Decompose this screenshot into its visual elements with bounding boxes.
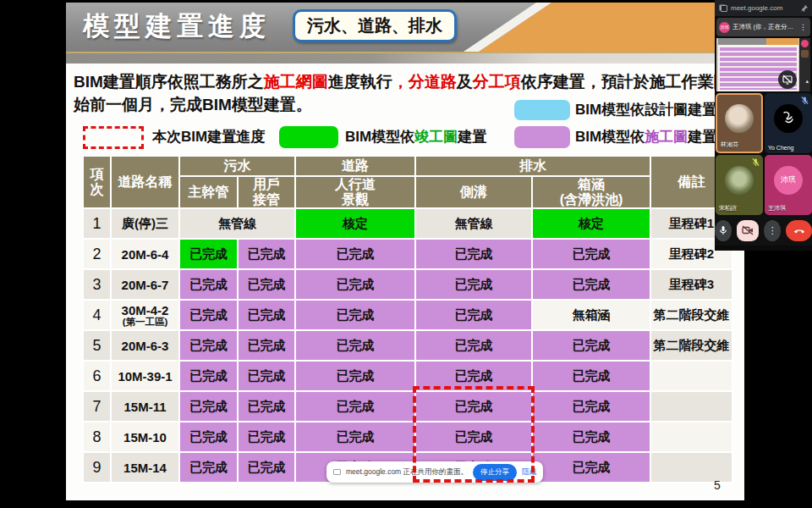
mic-off-icon <box>751 157 760 167</box>
legend-swatch-asbuilt <box>279 126 338 148</box>
avatar: 沛琪 <box>719 22 730 33</box>
table-header-row: 項 次 道路名稱 污水 道路 排水 備註 <box>83 156 732 176</box>
table-cell: 已完成 <box>179 300 238 330</box>
table-row: 815M-10已完成已完成已完成已完成已完成 <box>83 422 732 452</box>
table-cell: 7 <box>83 391 111 422</box>
slide-header-band: 模型建置進度 污水、道路、排水 <box>66 3 744 52</box>
table-cell: 15M-14 <box>111 452 179 483</box>
table-cell: 已完成 <box>295 391 415 422</box>
legend-label-current: 本次BIM建置進度 <box>152 126 265 148</box>
shared-screen-thumbnail[interactable]: ▴ <box>716 38 810 91</box>
avatar <box>725 166 754 195</box>
table-row: 320M-6-7已完成已完成已完成已完成已完成里程碑3 <box>83 269 732 300</box>
table-cell <box>650 361 732 391</box>
col-header-side-ditch: 側溝 <box>415 176 532 208</box>
camera-off-button[interactable] <box>737 220 759 241</box>
legend-text: 建置 <box>688 129 716 145</box>
participant-tile[interactable]: 林湘芬 <box>716 93 763 153</box>
table-cell: 已完成 <box>179 391 238 422</box>
intro-seg: 及 <box>457 73 473 91</box>
table-body: 1廣(停)三無管線核定無管線核定里程碑1220M-6-4已完成已完成已完成已完成… <box>83 208 732 483</box>
pin-icon[interactable] <box>800 4 809 13</box>
col-header-road-name: 道路名稱 <box>111 156 179 208</box>
col-header-item-no: 項 次 <box>83 156 111 208</box>
table-row: 715M-11已完成已完成已完成已完成已完成 <box>83 391 732 422</box>
presentation-slide: 模型建置進度 污水、道路、排水 BIM建置順序依照工務所之施工網圖進度執行，分道… <box>66 3 744 500</box>
participant-tile[interactable]: 沛琪 王沛琪 <box>765 155 812 215</box>
thumbnail-avatar <box>801 40 809 47</box>
leave-call-button[interactable] <box>786 220 812 241</box>
table-cell: 已完成 <box>179 330 238 361</box>
col-header-main-pipe: 主幹管 <box>179 176 238 208</box>
table-cell: 已完成 <box>295 361 415 391</box>
table-cell: 已完成 <box>532 391 650 422</box>
more-options-button[interactable]: ⋮ <box>764 220 781 241</box>
col-header-sewage: 污水 <box>179 156 295 176</box>
table-cell: 20M-6-7 <box>111 269 179 300</box>
table-subheader-row: 主幹管 用戶 接管 人行道 景觀 側溝 箱涵 (含滯洪池) <box>83 176 732 208</box>
hang-up-icon <box>793 227 805 234</box>
table-cell: 4 <box>83 300 111 330</box>
expand-icon[interactable]: ▴ <box>805 78 809 85</box>
table-cell: 已完成 <box>532 239 650 269</box>
table-row: 520M-6-3已完成已完成已完成已完成已完成第二階段交維 <box>83 330 732 361</box>
table-cell: 廣(停)三 <box>111 208 179 239</box>
table-cell: 20M-6-3 <box>111 330 179 361</box>
intro-seg: BIM建置順序依照工務所之 <box>74 73 264 91</box>
meet-sharing-banner[interactable]: 沛琪 王沛琪 (你，正在分享... ⋮ <box>716 18 810 36</box>
table-cell: 里程碑3 <box>650 269 732 300</box>
table-cell: 已完成 <box>238 300 295 330</box>
legend-swatch-shopdwg <box>514 126 570 148</box>
legend-label-design: BIM模型依設計圖建置 <box>575 99 716 121</box>
table-cell: 10M-39-1 <box>111 361 179 391</box>
table-cell: 核定 <box>532 208 650 239</box>
table-cell: 已完成 <box>415 269 532 300</box>
table-cell: 已完成 <box>179 452 238 483</box>
legend-label-shopdwg: BIM模型依施工圖建置 <box>575 126 716 148</box>
col-header-box-culvert: 箱涵 (含滯洪池) <box>532 176 650 208</box>
avatar <box>774 104 803 133</box>
table-cell: 已完成 <box>295 239 415 269</box>
table-cell: 已完成 <box>238 452 295 483</box>
table-row: 220M-6-4已完成已完成已完成已完成已完成里程碑2 <box>83 239 732 269</box>
stop-presenting-button[interactable] <box>778 70 797 89</box>
col-header-user-pipe: 用戶 接管 <box>238 176 295 208</box>
participant-tile[interactable]: 宋柏誼 <box>716 155 763 215</box>
table-cell: 已完成 <box>179 361 238 391</box>
table-cell <box>650 422 732 452</box>
sharing-banner-text: 王沛琪 (你，正在分享... <box>732 23 796 31</box>
mic-button[interactable] <box>715 220 732 241</box>
legend-label-asbuilt: BIM模型依竣工圖建置 <box>345 126 486 148</box>
table-cell: 已完成 <box>295 269 415 300</box>
table-highlight-dashed-box <box>413 386 535 483</box>
table-cell: 已完成 <box>179 422 238 452</box>
table-cell: 第二階段交維 <box>650 330 732 361</box>
participant-name: 林湘芬 <box>721 141 738 149</box>
meet-url: meet.google.com <box>731 4 797 12</box>
table-cell: 已完成 <box>179 239 238 269</box>
table-cell: 2 <box>83 239 111 269</box>
intro-seg-red: ，分道路 <box>392 73 457 91</box>
kebab-menu-icon[interactable]: ⋮ <box>798 24 808 31</box>
table-cell: 無管線 <box>179 208 295 239</box>
meet-pip-window: meet.google.com 沛琪 王沛琪 (你，正在分享... ⋮ ▴ 林湘… <box>715 0 812 251</box>
meet-title-bar[interactable]: meet.google.com <box>715 0 812 16</box>
present-off-icon <box>782 75 793 85</box>
legend-text: BIM模型依設計圖建置 <box>575 102 716 118</box>
table-cell: 已完成 <box>238 269 295 300</box>
participant-name: Yo Cheng <box>768 145 794 151</box>
avatar <box>725 104 754 133</box>
participant-tile[interactable]: Yo Cheng <box>765 93 812 153</box>
table-cell: 核定 <box>295 208 415 239</box>
participant-name: 宋柏誼 <box>719 204 737 213</box>
table-cell: 5 <box>83 330 111 361</box>
table-cell: 已完成 <box>532 361 650 391</box>
table-cell: 已完成 <box>532 330 650 361</box>
col-header-drainage: 排水 <box>415 156 650 176</box>
legend-text: BIM模型依 <box>575 129 645 145</box>
table-cell: 已完成 <box>238 239 295 269</box>
table-cell: 1 <box>83 208 111 239</box>
header-shadow-strip <box>66 53 744 64</box>
table-cell: 已完成 <box>295 422 415 452</box>
intro-seg-red: 分工項 <box>473 73 521 91</box>
